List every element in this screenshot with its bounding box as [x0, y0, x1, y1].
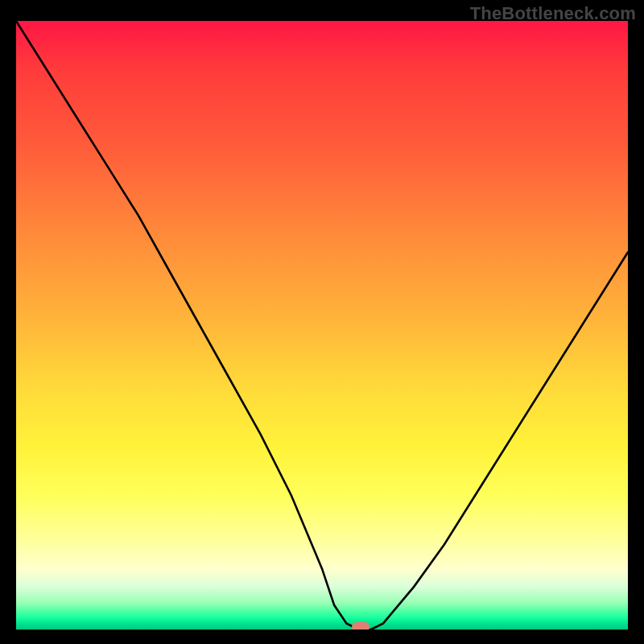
chart-frame: TheBottleneck.com — [0, 0, 644, 644]
watermark-text: TheBottleneck.com — [470, 3, 636, 24]
bottleneck-curve — [16, 21, 628, 630]
minimum-marker — [352, 622, 369, 630]
curve-svg — [16, 21, 628, 630]
plot-area — [16, 21, 628, 630]
